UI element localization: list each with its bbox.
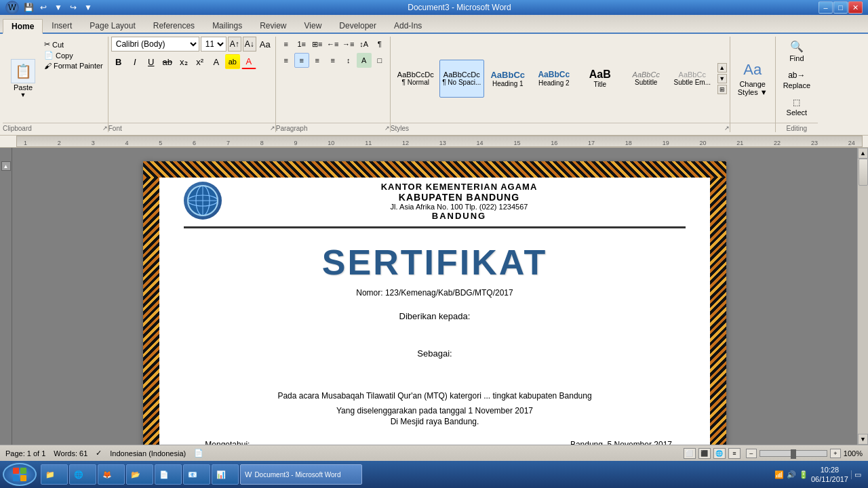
bold-button[interactable]: B — [111, 54, 126, 69]
scroll-down-btn[interactable]: ▼ — [858, 434, 868, 445]
clipboard-expand-icon[interactable]: ↗ — [102, 125, 108, 132]
taskbar-excel[interactable]: 📊 — [212, 464, 239, 485]
start-button[interactable] — [3, 463, 37, 486]
change-styles-button[interactable]: Aa ChangeStyles ▼ — [733, 37, 772, 120]
strikethrough-button[interactable]: ab — [160, 54, 175, 69]
underline-button[interactable]: U — [144, 54, 159, 69]
close-btn[interactable]: ✕ — [848, 1, 863, 14]
styles-expand-icon[interactable]: ↗ — [724, 125, 730, 132]
zoom-slider[interactable] — [760, 450, 827, 457]
customize-quick-btn[interactable]: ▼ — [81, 1, 95, 14]
tray-show-desktop[interactable]: ▭ — [851, 470, 861, 479]
replace-button[interactable]: ab→ Replace — [778, 67, 815, 93]
align-center-btn[interactable]: ≡ — [294, 53, 309, 68]
style-heading2[interactable]: AaBbCc Heading 2 — [532, 60, 576, 98]
tab-references[interactable]: References — [144, 18, 203, 33]
zoom-thumb[interactable] — [791, 449, 796, 459]
vertical-scrollbar[interactable]: ▲ ▼ — [857, 148, 868, 445]
certificate-number: Nomor: 123/Kemenag/Kab/BDG/MTQ/2017 — [184, 288, 686, 298]
format-painter-label: Format Painter — [54, 62, 103, 70]
tab-home[interactable]: Home — [3, 19, 43, 34]
tab-insert[interactable]: Insert — [43, 18, 81, 33]
text-effects-button[interactable]: A — [209, 54, 224, 69]
taskbar-browser[interactable]: 🦊 — [98, 464, 125, 485]
align-left-btn[interactable]: ≡ — [279, 53, 294, 68]
line-spacing-btn[interactable]: ↕ — [341, 53, 356, 68]
undo-quick-btn[interactable]: ↩ — [37, 1, 50, 14]
print-layout-btn[interactable]: ⬜ — [684, 448, 696, 459]
multilevel-btn[interactable]: ⊞≡ — [310, 37, 325, 52]
cert-footer-left: Mengetahui: Bupati Bandung, — [197, 440, 258, 445]
superscript-button[interactable]: x² — [193, 54, 208, 69]
decrease-indent-btn[interactable]: ←≡ — [326, 37, 340, 52]
text-highlight-button[interactable]: ab — [225, 54, 240, 69]
redo-quick-btn[interactable]: ↪ — [66, 1, 80, 14]
web-layout-btn[interactable]: 🌐 — [713, 448, 726, 459]
restore-btn[interactable]: □ — [833, 1, 848, 14]
style-heading1[interactable]: AaBbCc Heading 1 — [486, 60, 530, 98]
minimize-btn[interactable]: – — [818, 1, 833, 14]
tab-page-layout[interactable]: Page Layout — [81, 18, 144, 33]
save-quick-btn[interactable]: 💾 — [22, 1, 35, 14]
tab-developer[interactable]: Developer — [330, 18, 385, 33]
document-area: ▲ — [0, 148, 868, 445]
tab-mailings[interactable]: Mailings — [203, 18, 251, 33]
font-expand-icon[interactable]: ↗ — [270, 125, 275, 132]
zoom-out-btn[interactable]: – — [746, 449, 757, 458]
taskbar-email[interactable]: 📧 — [183, 464, 210, 485]
style-title[interactable]: AaB Title — [578, 60, 623, 98]
style-normal[interactable]: AaBbCcDc ¶ Normal — [393, 60, 438, 98]
sort-btn[interactable]: ↕A — [357, 37, 372, 52]
tab-view[interactable]: View — [296, 18, 331, 33]
select-button[interactable]: ⬚ Select — [778, 94, 815, 120]
font-color-button[interactable]: A — [241, 54, 256, 69]
cut-label: Cut — [52, 41, 64, 49]
cut-button[interactable]: ✂ Cut — [42, 39, 105, 49]
full-screen-btn[interactable]: ⬛ — [698, 448, 711, 459]
justify-btn[interactable]: ≡ — [326, 53, 340, 68]
styles-group-label: Styles — [391, 125, 409, 132]
styles-scroll-down[interactable]: ▼ — [717, 74, 727, 83]
style-subtle-em[interactable]: AaBbCc Subtle Em... — [670, 60, 715, 98]
taskbar-word-doc[interactable]: W Document3 - Microsoft Word — [240, 464, 362, 485]
taskbar-folder2[interactable]: 📂 — [126, 464, 153, 485]
style-no-spacing[interactable]: AaBbCcDc ¶ No Spaci... — [439, 60, 484, 98]
change-styles-group: Aa ChangeStyles ▼ — [730, 35, 775, 134]
paragraph-expand-icon[interactable]: ↗ — [384, 125, 390, 132]
taskbar-file-manager[interactable]: 📁 — [41, 464, 68, 485]
border-btn[interactable]: □ — [372, 53, 387, 68]
subscript-button[interactable]: x₂ — [176, 54, 191, 69]
tab-add-ins[interactable]: Add-Ins — [385, 18, 431, 33]
font-name-select[interactable]: Calibri (Body) — [111, 37, 199, 52]
find-button[interactable]: 🔍 Find — [778, 37, 815, 66]
taskbar-word[interactable]: 📄 — [155, 464, 182, 485]
undo-arrow-btn[interactable]: ▼ — [52, 1, 65, 14]
increase-indent-btn[interactable]: →≡ — [341, 37, 356, 52]
style-subtitle[interactable]: AaBbCc Subtitle — [624, 60, 669, 98]
numbering-btn[interactable]: 1≡ — [294, 37, 309, 52]
scroll-track[interactable] — [858, 159, 868, 434]
ribbon: Home Insert Page Layout References Maili… — [0, 15, 868, 136]
italic-button[interactable]: I — [127, 54, 142, 69]
zoom-in-btn[interactable]: + — [830, 449, 841, 458]
styles-expand[interactable]: ⊞ — [717, 85, 727, 94]
shading-btn[interactable]: A — [357, 53, 372, 68]
paste-button[interactable]: 📋 Paste ▼ — [5, 37, 41, 120]
clear-formatting-btn[interactable]: Aa — [258, 37, 273, 52]
show-marks-btn[interactable]: ¶ — [372, 37, 387, 52]
styles-scroll-up[interactable]: ▲ — [717, 63, 727, 73]
font-size-increase[interactable]: A↑ — [228, 37, 241, 52]
change-styles-label: ChangeStyles ▼ — [738, 80, 768, 96]
font-size-decrease[interactable]: A↓ — [243, 37, 256, 52]
copy-button[interactable]: 📄 Copy — [42, 50, 105, 60]
outline-btn[interactable]: ≡ — [728, 448, 741, 459]
tab-review[interactable]: Review — [251, 18, 295, 33]
scroll-up-btn[interactable]: ▲ — [858, 148, 868, 159]
font-size-select[interactable]: 11 — [201, 37, 226, 52]
scroll-thumb[interactable] — [859, 159, 868, 186]
document-scroll-area[interactable]: KANTOR KEMENTERIAN AGAMA KABUPATEN BANDU… — [12, 148, 857, 445]
taskbar-ie[interactable]: 🌐 — [69, 464, 96, 485]
bullets-btn[interactable]: ≡ — [279, 37, 294, 52]
format-painter-button[interactable]: 🖌 Format Painter — [42, 61, 105, 70]
align-right-btn[interactable]: ≡ — [310, 53, 325, 68]
